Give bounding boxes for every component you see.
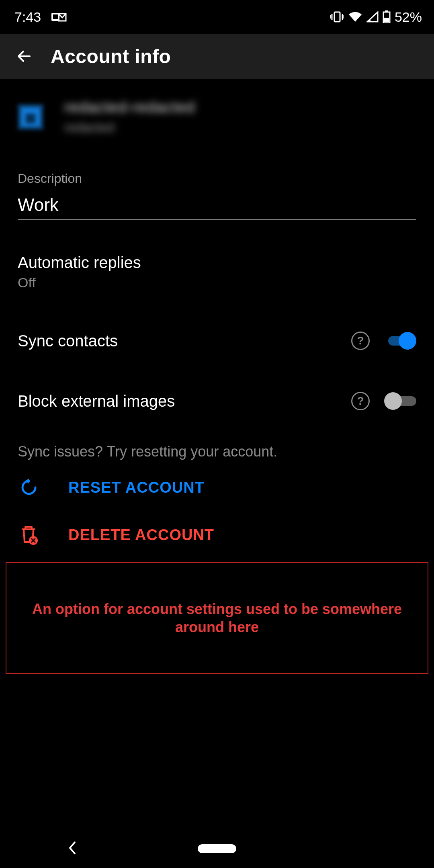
content: redacted-redacted redacted Description A… (0, 79, 434, 674)
account-texts: redacted-redacted redacted (64, 99, 195, 135)
sync-contacts-row: Sync contacts ? (0, 311, 434, 371)
svg-rect-9 (384, 18, 389, 23)
delete-account-button[interactable]: DELETE ACCOUNT (0, 511, 434, 559)
system-back-button[interactable] (68, 841, 77, 857)
cellular-icon (366, 11, 379, 23)
system-nav-bar (0, 829, 434, 868)
back-button[interactable] (10, 42, 39, 71)
description-label: Description (18, 171, 416, 186)
sync-contacts-title: Sync contacts (18, 332, 351, 350)
account-email: redacted-redacted (64, 99, 195, 116)
account-avatar (18, 104, 43, 130)
svg-rect-1 (53, 14, 58, 19)
status-left: 7:43 (14, 9, 67, 25)
trash-delete-icon (19, 524, 39, 545)
annotation-text: An option for account settings used to b… (16, 600, 418, 636)
chevron-left-icon (68, 841, 77, 855)
vibrate-icon (330, 11, 344, 23)
automatic-replies-title: Automatic replies (18, 254, 416, 272)
reset-icon (19, 478, 39, 497)
block-external-images-row: Block external images ? (0, 371, 434, 431)
battery-icon (383, 10, 391, 23)
description-input[interactable] (18, 195, 416, 215)
status-right: 52% (330, 9, 422, 25)
status-time: 7:43 (14, 9, 41, 25)
block-external-images-help-icon[interactable]: ? (351, 392, 370, 410)
outlook-notification-icon (51, 11, 67, 23)
automatic-replies-value: Off (18, 275, 416, 291)
description-underline (18, 195, 416, 220)
arrow-back-icon (15, 47, 33, 65)
sync-hint: Sync issues? Try resetting your account. (0, 431, 434, 464)
app-bar: Account info (0, 34, 434, 79)
block-external-images-toggle[interactable] (384, 392, 416, 410)
description-section: Description (0, 155, 434, 230)
account-header[interactable]: redacted-redacted redacted (0, 79, 434, 155)
sync-contacts-toggle[interactable] (384, 332, 416, 350)
sync-contacts-help-icon[interactable]: ? (351, 332, 370, 350)
status-bar: 7:43 52% (0, 0, 434, 34)
wifi-icon (348, 11, 362, 23)
delete-account-label: DELETE ACCOUNT (68, 526, 214, 544)
automatic-replies-row[interactable]: Automatic replies Off (0, 230, 434, 311)
reset-account-button[interactable]: RESET ACCOUNT (0, 464, 434, 511)
gesture-pill[interactable] (198, 844, 236, 853)
annotation-box: An option for account settings used to b… (6, 562, 428, 674)
reset-account-label: RESET ACCOUNT (68, 479, 205, 496)
block-external-images-title: Block external images (18, 392, 351, 410)
page-title: Account info (51, 45, 171, 68)
account-type: redacted (64, 120, 195, 135)
svg-rect-2 (334, 12, 340, 22)
battery-percent: 52% (395, 9, 422, 25)
